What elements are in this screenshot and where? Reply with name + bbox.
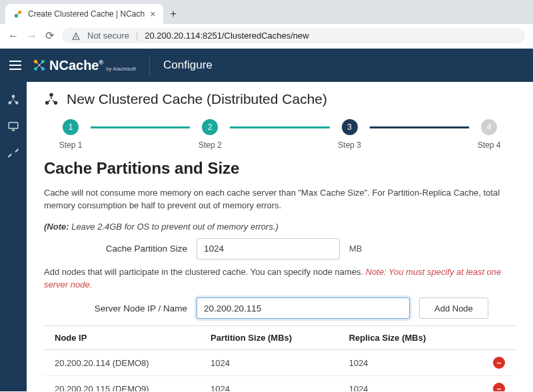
tab-favicon-icon xyxy=(13,9,23,19)
new-tab-button[interactable]: + xyxy=(163,4,183,24)
page-title-icon xyxy=(44,92,59,106)
back-button[interactable]: ← xyxy=(8,30,19,42)
stepper: 1 2 3 4 xyxy=(51,119,509,135)
step-4[interactable]: 4 xyxy=(469,119,509,135)
brand-subtitle: by Alachisoft xyxy=(106,66,136,72)
remove-node-icon[interactable]: – xyxy=(493,357,505,369)
partition-size-input[interactable] xyxy=(197,238,340,260)
section-body-text: Cache will not consume more memory on ea… xyxy=(44,187,516,212)
step-2-circle: 2 xyxy=(202,119,218,135)
svg-point-10 xyxy=(49,93,53,97)
partition-size-label: Cache Partition Size xyxy=(44,244,187,254)
side-nav xyxy=(0,82,27,391)
forward-button[interactable]: → xyxy=(27,30,37,42)
not-secure-icon xyxy=(71,31,81,41)
brand: NCache® by Alachisoft xyxy=(32,58,136,73)
partition-size-unit: MB xyxy=(349,244,362,254)
nodes-table: Node IP Partition Size (MBs) Replica Siz… xyxy=(44,325,516,391)
add-node-button[interactable]: Add Node xyxy=(419,297,488,319)
configure-label: Configure xyxy=(163,59,213,72)
address-bar[interactable]: Not secure | 20.200.20.114:8251/Clustere… xyxy=(62,28,525,43)
server-node-input[interactable] xyxy=(197,297,410,319)
remove-node-icon[interactable]: – xyxy=(493,383,505,391)
url-text: 20.200.20.114:8251/ClusteredCaches/new xyxy=(145,31,308,41)
step-4-circle: 4 xyxy=(481,119,497,135)
step-line-3-4 xyxy=(370,126,469,128)
not-secure-label: Not secure xyxy=(87,31,129,41)
step-3-circle: 3 xyxy=(342,119,358,135)
addr-separator: | xyxy=(136,31,138,41)
table-row: 20.200.20.115 (DEMO9) 1024 1024 – xyxy=(44,376,516,391)
tab-title: Create Clustered Cache | NCach xyxy=(28,9,145,19)
step-1-label: Step 1 xyxy=(59,140,83,150)
step-3-label: Step 3 xyxy=(338,140,361,150)
browser-tab-strip: Create Clustered Cache | NCach × + xyxy=(0,0,533,24)
app-top-bar: NCache® by Alachisoft Configure xyxy=(0,49,533,82)
svg-rect-9 xyxy=(9,122,18,128)
step-line-2-3 xyxy=(230,126,329,128)
add-nodes-text: Add nodes that will participate in the c… xyxy=(44,266,516,292)
nav-cluster-icon[interactable] xyxy=(7,94,19,106)
brand-logo-icon xyxy=(32,58,47,73)
step-2[interactable]: 2 xyxy=(190,119,230,135)
svg-point-6 xyxy=(12,95,15,98)
table-row: 20.200.20.114 (DEMO8) 1024 1024 – xyxy=(44,350,516,376)
step-4-label: Step 4 xyxy=(478,140,501,150)
browser-tab[interactable]: Create Clustered Cache | NCach × xyxy=(5,4,163,24)
tab-close-icon[interactable]: × xyxy=(150,9,155,19)
col-node-ip: Node IP xyxy=(44,326,200,350)
os-note: (Note: Leave 2.4GB for OS to prevent out… xyxy=(44,222,516,232)
nav-tools-icon[interactable] xyxy=(7,147,19,159)
header-divider xyxy=(149,55,150,75)
brand-name: NCache® xyxy=(49,58,103,73)
step-1[interactable]: 1 xyxy=(51,119,91,135)
section-heading: Cache Partitions and Size xyxy=(44,159,516,178)
col-replica-size: Replica Size (MBs) xyxy=(338,326,471,350)
col-partition-size: Partition Size (MBs) xyxy=(200,326,338,350)
step-3[interactable]: 3 xyxy=(330,119,370,135)
step-1-circle: 1 xyxy=(63,119,79,135)
step-2-label: Step 2 xyxy=(199,140,222,150)
page-title: New Clustered Cache (Distributed Cache) xyxy=(67,91,327,107)
server-node-label: Server Node IP / Name xyxy=(44,303,187,313)
step-line-1-2 xyxy=(91,126,190,128)
reload-button[interactable]: ⟳ xyxy=(45,29,54,42)
nav-monitor-icon[interactable] xyxy=(7,120,19,132)
hamburger-icon[interactable] xyxy=(9,61,21,70)
